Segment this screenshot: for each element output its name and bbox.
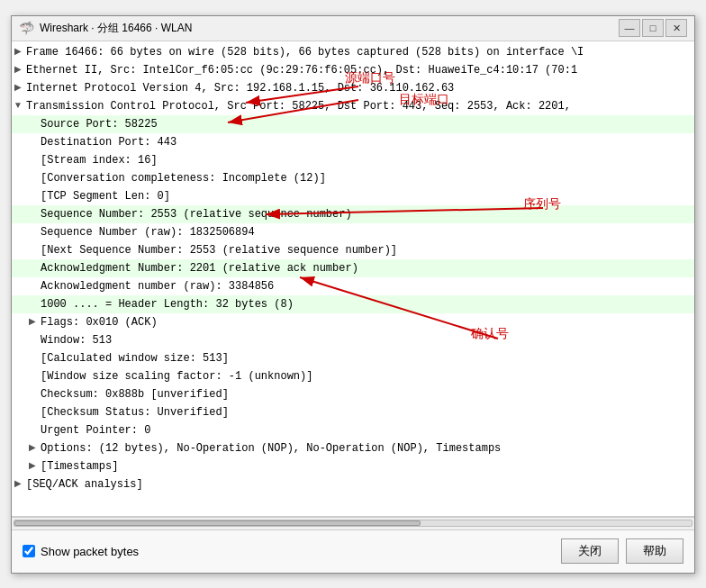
tree-label: Internet Protocol Version 4, Src: 192.16… <box>26 80 454 96</box>
tree-label: Acknowledgment Number: 2201 (relative ac… <box>41 260 358 276</box>
scrollbar-track <box>14 520 692 527</box>
checkbox-area: Show packet bytes <box>23 545 139 558</box>
tree-label: Ethernet II, Src: IntelCor_f6:05:cc (9c:… <box>26 62 577 78</box>
packet-detail-area[interactable]: ▶Frame 16466: 66 bytes on wire (528 bits… <box>12 41 694 517</box>
tree-expander[interactable]: ▶ <box>12 80 24 94</box>
tree-label: Source Port: 58225 <box>41 116 158 132</box>
show-packet-bytes-checkbox[interactable] <box>23 545 35 557</box>
tree-row[interactable]: Acknowledgment Number: 2201 (relative ac… <box>12 259 694 277</box>
maximize-button[interactable]: □ <box>642 19 664 37</box>
title-bar-left: 🦈 Wireshark · 分组 16466 · WLAN <box>19 21 192 36</box>
tree-expander[interactable]: ▶ <box>26 458 39 472</box>
tree-expander[interactable]: ▶ <box>26 440 39 454</box>
horizontal-scrollbar[interactable] <box>12 517 694 529</box>
tree-row[interactable]: [TCP Segment Len: 0] <box>12 187 694 205</box>
tree-label: [Calculated window size: 513] <box>41 350 229 366</box>
tree-row[interactable]: Urgent Pointer: 0 <box>12 421 694 439</box>
tree-row[interactable]: [Calculated window size: 513] <box>12 349 694 367</box>
title-bar-controls: — □ ✕ <box>619 19 687 37</box>
tree-label: 1000 .... = Header Length: 32 bytes (8) <box>41 296 294 312</box>
tree-row[interactable]: ▶Options: (12 bytes), No-Operation (NOP)… <box>12 439 694 457</box>
window-title: Wireshark · 分组 16466 · WLAN <box>40 21 192 36</box>
tree-row[interactable]: ▶[Timestamps] <box>12 457 694 475</box>
tree-row[interactable]: 1000 .... = Header Length: 32 bytes (8) <box>12 295 694 313</box>
tree-row[interactable]: [Conversation completeness: Incomplete (… <box>12 169 694 187</box>
tree-label: [Window size scaling factor: -1 (unknown… <box>41 368 312 384</box>
tree-expander[interactable]: ▶ <box>26 314 39 328</box>
button-area: 关闭 帮助 <box>561 538 683 564</box>
tree-row[interactable]: [Window size scaling factor: -1 (unknown… <box>12 367 694 385</box>
tree-label: Sequence Number (raw): 1832506894 <box>41 224 255 240</box>
tree-row[interactable]: Sequence Number: 2553 (relative sequence… <box>12 205 694 223</box>
tree-label: Checksum: 0x888b [unverified] <box>41 386 229 403</box>
tree-row[interactable]: Destination Port: 443 <box>12 133 694 151</box>
tree-row[interactable]: [Next Sequence Number: 2553 (relative se… <box>12 241 694 259</box>
title-bar: 🦈 Wireshark · 分组 16466 · WLAN — □ ✕ <box>12 16 694 41</box>
tree-expander[interactable]: ▶ <box>12 62 24 76</box>
tree-row[interactable]: ▶Internet Protocol Version 4, Src: 192.1… <box>12 79 694 97</box>
tree-row[interactable]: ▶Ethernet II, Src: IntelCor_f6:05:cc (9c… <box>12 61 694 79</box>
tree-label: [Checksum Status: Unverified] <box>41 404 229 421</box>
tree-row[interactable]: Acknowledgment number (raw): 3384856 <box>12 277 694 295</box>
tree-label: Acknowledgment number (raw): 3384856 <box>41 278 274 294</box>
app-icon: 🦈 <box>19 21 34 35</box>
tree-row[interactable]: ▼Transmission Control Protocol, Src Port… <box>12 97 694 115</box>
tree-row[interactable]: Sequence Number (raw): 1832506894 <box>12 223 694 241</box>
tree-label: Options: (12 bytes), No-Operation (NOP),… <box>41 440 501 457</box>
tree-row[interactable]: ▶[SEQ/ACK analysis] <box>12 475 694 493</box>
tree-expander[interactable]: ▼ <box>12 98 24 112</box>
tree-label: Transmission Control Protocol, Src Port:… <box>26 98 571 114</box>
tree-label: [SEQ/ACK analysis] <box>26 476 143 493</box>
close-button[interactable]: 关闭 <box>561 538 619 564</box>
tree-label: [Next Sequence Number: 2553 (relative se… <box>41 242 397 258</box>
tree-label: Sequence Number: 2553 (relative sequence… <box>41 206 352 222</box>
window-close-button[interactable]: ✕ <box>665 19 687 37</box>
tree-expander[interactable]: ▶ <box>12 476 24 490</box>
scrollbar-thumb <box>14 520 421 526</box>
tree-label: [Stream index: 16] <box>41 152 158 168</box>
tree-label: Urgent Pointer: 0 <box>41 422 150 439</box>
tree-row[interactable]: ▶Frame 16466: 66 bytes on wire (528 bits… <box>12 43 694 61</box>
tree-label: [Conversation completeness: Incomplete (… <box>41 170 326 186</box>
tree-label: [TCP Segment Len: 0] <box>41 188 170 204</box>
tree-row[interactable]: Checksum: 0x888b [unverified] <box>12 385 694 403</box>
footer: Show packet bytes 关闭 帮助 <box>12 529 694 573</box>
tree-label: Flags: 0x010 (ACK) <box>41 314 158 330</box>
tree-label: [Timestamps] <box>41 458 118 475</box>
tree-label: Frame 16466: 66 bytes on wire (528 bits)… <box>26 44 584 60</box>
show-packet-bytes-label: Show packet bytes <box>41 545 139 558</box>
main-window: 🦈 Wireshark · 分组 16466 · WLAN — □ ✕ ▶Fra… <box>11 15 695 574</box>
tree-row[interactable]: Window: 513 <box>12 331 694 349</box>
minimize-button[interactable]: — <box>619 19 640 37</box>
help-button[interactable]: 帮助 <box>626 538 683 564</box>
tree-row[interactable]: [Stream index: 16] <box>12 151 694 169</box>
tree-label: Window: 513 <box>41 332 112 348</box>
tree-label: Destination Port: 443 <box>41 134 176 150</box>
tree-row[interactable]: Source Port: 58225 <box>12 115 694 133</box>
tree-expander[interactable]: ▶ <box>12 44 24 58</box>
tree-row[interactable]: [Checksum Status: Unverified] <box>12 403 694 421</box>
tree-row[interactable]: ▶Flags: 0x010 (ACK) <box>12 313 694 331</box>
tree-container: ▶Frame 16466: 66 bytes on wire (528 bits… <box>12 43 694 493</box>
